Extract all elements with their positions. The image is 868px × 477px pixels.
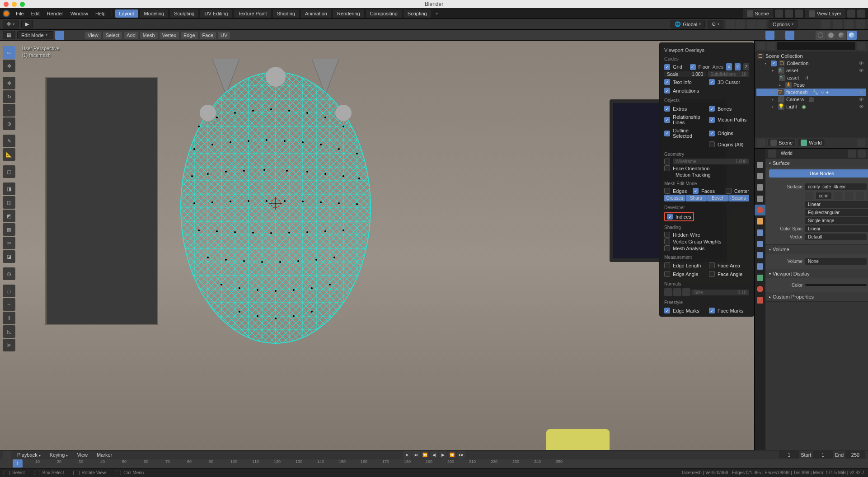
scene-delete-button[interactable] — [795, 9, 803, 18]
face-area-checkbox[interactable] — [709, 262, 715, 268]
axis-y-button[interactable]: Y — [735, 63, 741, 70]
eye-icon[interactable]: 👁 — [859, 61, 865, 66]
rip-tool[interactable]: ⫸ — [3, 339, 15, 351]
scene-browse-button[interactable] — [775, 9, 783, 18]
solid-shading[interactable] — [826, 31, 836, 40]
viewlayer-selector[interactable]: View Layer — [805, 9, 845, 18]
axis-x-toggle[interactable] — [833, 20, 842, 29]
normal-face-button[interactable] — [682, 288, 690, 296]
world-tab[interactable] — [755, 205, 765, 215]
viewlayer-delete-button[interactable] — [857, 9, 865, 18]
indices-checkbox[interactable] — [667, 214, 673, 220]
dropdown-chevron-icon[interactable] — [755, 31, 764, 40]
pin-button[interactable] — [857, 139, 865, 147]
gizmo-toggle[interactable] — [765, 31, 774, 40]
mesh-analysis-checkbox[interactable] — [664, 245, 670, 251]
workspace-scripting[interactable]: Scripting — [404, 9, 431, 18]
close-window-button[interactable] — [4, 2, 9, 7]
jump-end-button[interactable]: ⏭ — [457, 451, 465, 458]
outliner-item-pose[interactable]: ▸🧍Pose — [756, 81, 866, 89]
normal-vertex-button[interactable] — [664, 288, 672, 296]
pivot-dropdown[interactable]: ⊙▾ — [708, 20, 723, 28]
physics-tab[interactable] — [755, 250, 765, 261]
face-select-mode[interactable] — [74, 31, 83, 40]
loop-cut-tool[interactable]: ▦ — [3, 223, 15, 236]
sharp-toggle[interactable]: Sharp — [685, 195, 706, 201]
motion-paths-checkbox[interactable] — [709, 117, 715, 123]
edges-checkbox[interactable] — [664, 188, 670, 194]
creases-toggle[interactable]: Creases — [664, 195, 685, 201]
shear-tool[interactable]: ◺ — [3, 325, 15, 338]
output-tab[interactable] — [755, 171, 765, 182]
workspace-rendering[interactable]: Rendering — [333, 9, 364, 18]
measure-tool[interactable]: 📐 — [3, 148, 15, 161]
hidden-wire-checkbox[interactable] — [664, 232, 670, 238]
3d-cursor-checkbox[interactable] — [709, 79, 715, 85]
outliner-item-facemesh[interactable]: ▸▽facemesh🔧▽●👁 — [756, 89, 866, 96]
lookdev-shading[interactable] — [836, 31, 846, 40]
edge-length-checkbox[interactable] — [664, 262, 670, 268]
workspace-shading[interactable]: Shading — [273, 9, 299, 18]
marker-menu[interactable]: Marker — [94, 451, 115, 458]
outliner-search-input[interactable] — [777, 42, 855, 50]
overlay-toggle[interactable] — [785, 31, 794, 40]
maximize-window-button[interactable] — [20, 2, 25, 7]
menu-file[interactable]: File — [13, 9, 27, 18]
menu-render[interactable]: Render — [44, 9, 66, 18]
projection-dropdown[interactable]: Equirectangular▾ — [805, 209, 868, 216]
add-cube-tool[interactable]: ▢ — [3, 165, 15, 178]
material-tab[interactable] — [755, 284, 765, 295]
autokey-button[interactable]: ● — [403, 451, 411, 458]
outliner-item-asset[interactable]: ▾⋔asset👁 — [756, 67, 866, 74]
axis-z-button[interactable]: Z — [743, 63, 749, 70]
mode-dropdown[interactable]: Edit Mode▾ — [17, 31, 53, 39]
face-angle-checkbox[interactable] — [709, 271, 715, 277]
transform-orientation[interactable]: 🌐Global▾ — [671, 20, 705, 28]
menu-vertex[interactable]: Vertex — [160, 32, 179, 39]
vector-dropdown[interactable]: Default — [805, 234, 867, 240]
menu-add[interactable]: Add — [124, 32, 138, 39]
timeline-ruler[interactable]: 1 01020304050607080901001101201301401501… — [0, 459, 868, 468]
menu-edge[interactable]: Edge — [181, 32, 198, 39]
3d-viewport[interactable]: ▭ ✥ ✥ ↻ ▫ ⊕ ✎ 📐 ▢ ◨ ◫ ◩ ▦ ✂ ◪ ◷ ◌ ↔ ⇕ ◺ — [0, 41, 754, 477]
vertex-select-mode[interactable] — [55, 31, 64, 40]
keying-menu[interactable]: Keying ▾ — [47, 451, 71, 458]
world-datablock[interactable]: World — [778, 150, 846, 157]
image-users-button[interactable] — [834, 192, 842, 200]
custom-properties-header[interactable]: ▸Custom Properties — [765, 292, 868, 301]
floor-checkbox[interactable] — [690, 64, 696, 70]
bones-checkbox[interactable] — [709, 106, 715, 112]
render-tab[interactable] — [755, 159, 765, 170]
snap-toggle[interactable] — [726, 20, 745, 29]
face-orientation-checkbox[interactable] — [664, 165, 670, 171]
move-tool[interactable]: ✥ — [3, 77, 15, 89]
scale-field[interactable]: Scale1.000 — [664, 71, 706, 77]
viewlayer-tab[interactable] — [755, 182, 765, 193]
menu-mesh[interactable]: Mesh — [140, 32, 158, 39]
minimize-window-button[interactable] — [12, 2, 17, 7]
menu-face[interactable]: Face — [200, 32, 216, 39]
outliner-filter-button[interactable] — [857, 42, 865, 50]
world-users-button[interactable] — [848, 150, 856, 158]
outliner-collection[interactable]: ▾Collection👁 — [756, 60, 866, 67]
workspace-sculpting[interactable]: Sculpting — [170, 9, 198, 18]
edge-angle-checkbox[interactable] — [664, 271, 670, 277]
outliner-display-dropdown[interactable] — [767, 42, 775, 50]
shading-dropdown[interactable] — [858, 31, 865, 40]
workspace-layout[interactable]: Layout — [115, 9, 138, 18]
edge-slide-tool[interactable]: ↔ — [3, 298, 15, 311]
image-pack-button[interactable] — [856, 192, 864, 200]
poly-build-tool[interactable]: ◪ — [3, 250, 15, 263]
colorspace-dropdown[interactable]: Linear▾ — [805, 225, 868, 232]
text-info-checkbox[interactable] — [664, 79, 670, 85]
workspace-animation[interactable]: Animation — [301, 9, 331, 18]
scene-breadcrumb[interactable]: Scene — [767, 139, 796, 147]
gizmo-dropdown[interactable] — [775, 31, 784, 40]
annotate-tool[interactable]: ✎ — [3, 135, 15, 147]
image-name-field[interactable]: comf — [816, 192, 831, 199]
extras-checkbox[interactable] — [664, 106, 670, 112]
mesh-tab[interactable] — [755, 272, 765, 283]
outliner-item-light[interactable]: ▸💡Light◉👁 — [756, 103, 866, 110]
use-nodes-button[interactable]: Use Nodes — [769, 169, 868, 178]
play-reverse-button[interactable]: ◀ — [430, 451, 438, 458]
